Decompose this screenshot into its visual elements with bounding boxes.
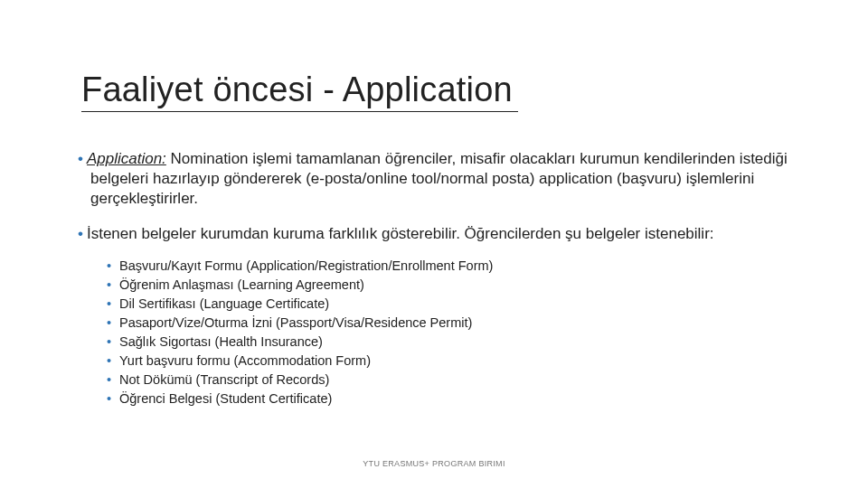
- footer-text: YTU ERASMUS+ PROGRAM BIRIMI: [0, 459, 868, 468]
- list-item: Başvuru/Kayıt Formu (Application/Registr…: [119, 257, 801, 276]
- paragraph-1-label: Application:: [87, 150, 166, 167]
- bullet-icon: •: [78, 225, 83, 242]
- paragraph-1-text: Nomination işlemi tamamlanan öğrenciler,…: [90, 150, 788, 207]
- list-item: Yurt başvuru formu (Accommodation Form): [119, 352, 801, 371]
- list-item: Pasaport/Vize/Oturma İzni (Passport/Visa…: [119, 314, 801, 333]
- document-list: Başvuru/Kayıt Formu (Application/Registr…: [78, 257, 801, 408]
- paragraph-2-text: İstenen belgeler kurumdan kuruma farklıl…: [87, 225, 714, 242]
- list-item: Öğrenci Belgesi (Student Certificate): [119, 389, 801, 408]
- paragraph-2: •İstenen belgeler kurumdan kuruma farklı…: [78, 224, 801, 244]
- list-item: Öğrenim Anlaşması (Learning Agreement): [119, 276, 801, 295]
- slide-title: Faaliyet öncesi - Application: [81, 70, 518, 112]
- list-item: Dil Sertifikası (Language Certificate): [119, 295, 801, 314]
- list-item: Sağlık Sigortası (Health Insurance): [119, 333, 801, 352]
- slide-body: •Application: Nomination işlemi tamamlan…: [78, 149, 801, 408]
- bullet-icon: •: [78, 150, 83, 167]
- paragraph-1: •Application: Nomination işlemi tamamlan…: [78, 149, 801, 208]
- list-item: Not Dökümü (Transcript of Records): [119, 371, 801, 389]
